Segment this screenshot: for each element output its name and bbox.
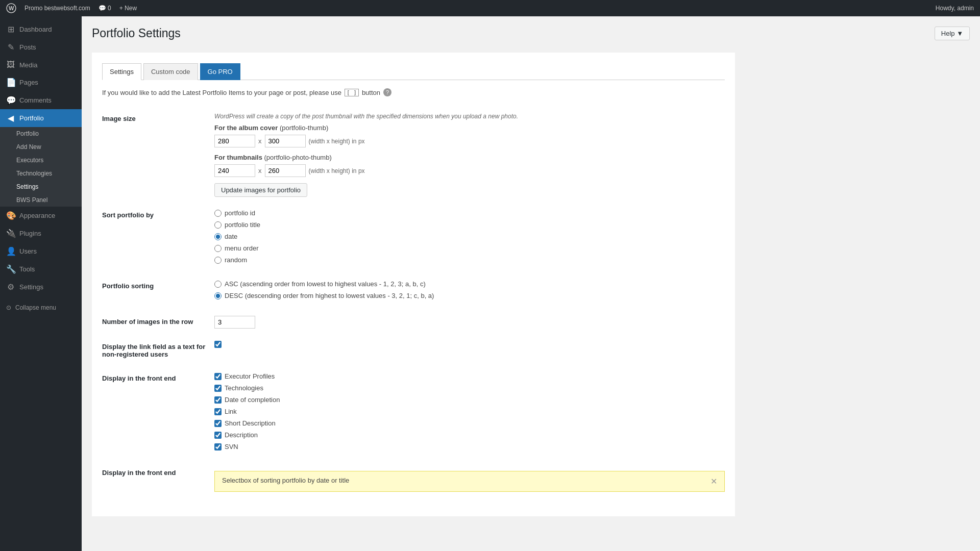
comments-link[interactable]: 💬 0 [99, 5, 111, 12]
howdy-text: Howdy, admin [936, 5, 974, 12]
front-checkbox-executor-profiles[interactable] [214, 373, 222, 380]
sort-radio-random[interactable] [214, 257, 222, 264]
media-icon: 🖼 [6, 60, 15, 69]
album-size-inputs: x (width x height) in px [214, 135, 725, 147]
sidebar-item-users[interactable]: 👤 Users [0, 242, 82, 260]
wp-logo-icon: W [6, 3, 16, 13]
submenu-label: BWS Panel [16, 196, 47, 204]
sidebar-item-label: Settings [19, 283, 43, 291]
tab-go-pro[interactable]: Go PRO [200, 63, 240, 80]
posts-icon: ✎ [6, 42, 15, 52]
settings-wrap: Settings Custom code Go PRO If you would… [92, 53, 735, 516]
sort-by-options: portfolio id portfolio title date [214, 209, 725, 264]
new-content-link[interactable]: + New [119, 5, 137, 12]
sidebar-item-pages[interactable]: 📄 Pages [0, 73, 82, 91]
display-link-cell [214, 335, 725, 366]
sorting-radio-desc[interactable] [214, 292, 222, 299]
sidebar-item-label: Plugins [19, 230, 41, 237]
sidebar-item-label: Posts [19, 43, 36, 51]
sidebar-item-tools[interactable]: 🔧 Tools [0, 260, 82, 278]
submenu-bws-panel[interactable]: BWS Panel [0, 193, 82, 207]
info-text-before: If you would like to add the Latest Port… [102, 89, 341, 96]
display-front2-label: Display in the front end [102, 461, 214, 498]
sorting-radio-asc[interactable] [214, 281, 222, 288]
site-name[interactable]: Promo bestwebsoft.com [24, 5, 90, 12]
submenu-label: Settings [16, 183, 38, 190]
sidebar-item-portfolio[interactable]: ◀ Portfolio [0, 109, 82, 127]
album-width-input[interactable] [214, 135, 255, 147]
sorting-asc-option[interactable]: ASC (ascending order from lowest to high… [214, 280, 725, 288]
collapse-menu-button[interactable]: ⊙ Collapse menu [0, 300, 82, 315]
thumbnail-label: For thumbnails (portfolio-photo-thumb) [214, 154, 725, 161]
front-checkbox-svn[interactable] [214, 443, 222, 450]
portfolio-sorting-cell: ASC (ascending order from lowest to high… [214, 274, 725, 310]
thumb-width-input[interactable] [214, 164, 255, 177]
sort-radio-date[interactable] [214, 233, 222, 240]
sidebar-item-label: Comments [19, 96, 52, 104]
submenu-settings[interactable]: Settings [0, 180, 82, 193]
submenu-label: Executors [16, 157, 43, 164]
thumb-height-input[interactable] [265, 164, 306, 177]
sort-option-portfolio-title[interactable]: portfolio title [214, 221, 725, 229]
tab-bar: Settings Custom code Go PRO [102, 63, 725, 80]
album-unit: (width x height) in px [309, 138, 365, 145]
submenu-technologies[interactable]: Technologies [0, 167, 82, 180]
sort-option-portfolio-id[interactable]: portfolio id [214, 209, 725, 217]
submenu-portfolio[interactable]: Portfolio [0, 127, 82, 140]
submenu-label: Technologies [16, 170, 52, 177]
users-icon: 👤 [6, 246, 15, 256]
sort-option-random[interactable]: random [214, 256, 725, 264]
sort-by-cell: portfolio id portfolio title date [214, 203, 725, 274]
sort-radio-portfolio-title[interactable] [214, 221, 222, 229]
portfolio-sorting-row: Portfolio sorting ASC (ascending order f… [102, 274, 725, 310]
sidebar-item-dashboard[interactable]: ⊞ Dashboard [0, 20, 82, 38]
sort-by-label: Sort portfolio by [102, 203, 214, 274]
tab-custom-code[interactable]: Custom code [143, 63, 198, 80]
shortcode-icon: [ ] [345, 89, 359, 96]
thumb-size-inputs: x (width x height) in px [214, 164, 725, 177]
sidebar-item-posts[interactable]: ✎ Posts [0, 38, 82, 56]
sidebar-item-comments[interactable]: 💬 Comments [0, 91, 82, 109]
info-row-close-button[interactable]: ✕ [710, 477, 717, 486]
submenu-executors[interactable]: Executors [0, 154, 82, 167]
display-front-info-cell: Selectbox of sorting portfolio by date o… [214, 461, 725, 498]
appearance-icon: 🎨 [6, 211, 15, 220]
front-checkbox-link[interactable] [214, 408, 222, 415]
front-checkbox-technologies[interactable] [214, 385, 222, 392]
sorting-desc-option[interactable]: DESC (descending order from highest to l… [214, 292, 725, 299]
sort-option-date[interactable]: date [214, 233, 725, 240]
sort-radio-menu-order[interactable] [214, 245, 222, 252]
image-size-row: Image size WordPress will create a copy … [102, 107, 725, 203]
submenu-label: Add New [16, 143, 41, 151]
comments-icon: 💬 [6, 95, 15, 105]
num-images-input[interactable] [214, 316, 255, 329]
help-tooltip-icon[interactable]: ? [383, 88, 391, 96]
sidebar-item-settings[interactable]: ⚙ Settings [0, 278, 82, 296]
tab-settings[interactable]: Settings [102, 63, 141, 80]
sort-option-menu-order[interactable]: menu order [214, 244, 725, 252]
front-checkbox-short-description[interactable] [214, 420, 222, 427]
front-checkbox-description[interactable] [214, 432, 222, 439]
sidebar-item-label: Dashboard [19, 26, 52, 33]
front-item-executor-profiles: Executor Profiles [214, 372, 725, 380]
thumb-unit: (width x height) in px [309, 167, 365, 174]
display-link-checkbox-wrap [214, 341, 725, 348]
tools-icon: 🔧 [6, 264, 15, 274]
front-item-svn: SVN [214, 443, 725, 450]
update-images-button[interactable]: Update images for portfolio [214, 183, 307, 197]
display-front-info-row: Display in the front end Selectbox of so… [102, 461, 725, 498]
display-link-checkbox[interactable] [214, 341, 222, 348]
plugins-icon: 🔌 [6, 229, 15, 238]
sidebar-item-label: Media [19, 61, 37, 69]
sort-radio-portfolio-id[interactable] [214, 210, 222, 217]
submenu-add-new[interactable]: Add New [0, 140, 82, 154]
sidebar-item-plugins[interactable]: 🔌 Plugins [0, 224, 82, 242]
help-button[interactable]: Help ▼ [935, 27, 970, 40]
front-item-short-description: Short Description [214, 419, 725, 427]
album-height-input[interactable] [265, 135, 306, 147]
front-checkbox-date-completion[interactable] [214, 396, 222, 404]
sidebar-item-appearance[interactable]: 🎨 Appearance [0, 207, 82, 224]
info-bar: If you would like to add the Latest Port… [102, 88, 725, 96]
num-images-cell [214, 310, 725, 335]
sidebar-item-media[interactable]: 🖼 Media [0, 56, 82, 73]
